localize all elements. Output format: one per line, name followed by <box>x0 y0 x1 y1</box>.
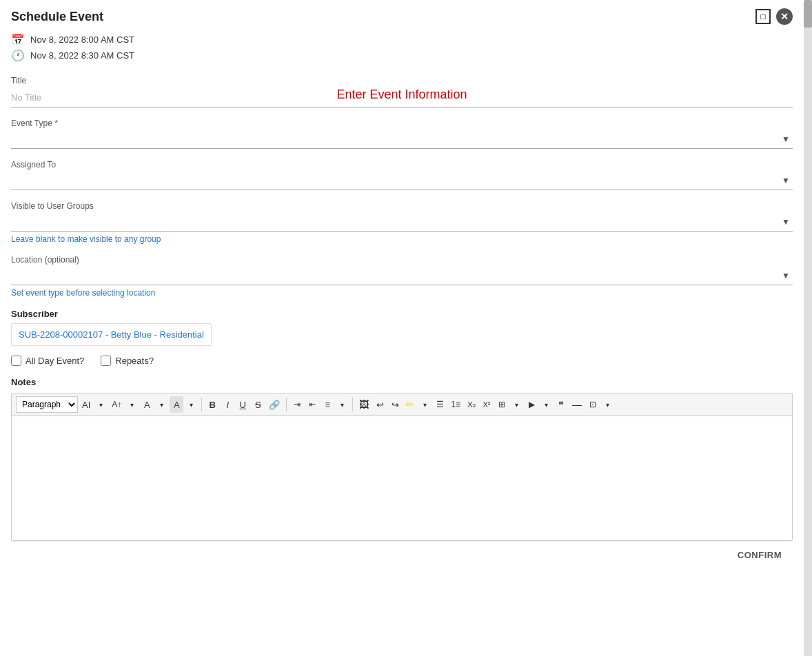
close-button[interactable]: ✕ <box>776 8 793 25</box>
repeats-label: Repeats? <box>115 356 154 366</box>
notes-label: Notes <box>11 377 793 387</box>
visible-hint: Leave blank to make visible to any group <box>11 234 793 244</box>
separator-3 <box>352 398 353 411</box>
outdent-button[interactable]: ⇤ <box>305 396 319 413</box>
assigned-to-select[interactable] <box>11 171 793 189</box>
ai-button[interactable]: AI <box>79 396 93 413</box>
underline-button[interactable]: U <box>236 396 250 413</box>
maximize-button[interactable]: □ <box>755 9 771 24</box>
highlight-button[interactable]: ✏ <box>403 396 417 413</box>
calendar-icon: 📅 <box>11 33 25 46</box>
ordered-list-button[interactable]: 1≡ <box>448 396 463 413</box>
bold-button[interactable]: B <box>205 396 219 413</box>
dialog-title: Schedule Event <box>11 10 103 24</box>
event-type-select[interactable] <box>11 130 793 148</box>
event-type-label: Event Type * <box>11 119 793 128</box>
separator-1 <box>201 398 202 411</box>
notes-editor[interactable] <box>12 416 792 540</box>
visible-select[interactable] <box>11 212 793 231</box>
maximize-icon: □ <box>760 12 765 21</box>
media-arrow-icon[interactable]: ▾ <box>539 396 553 413</box>
location-label: Location (optional) <box>11 255 793 265</box>
ai-arrow-icon[interactable]: ▾ <box>94 396 108 413</box>
all-day-checkbox-wrapper[interactable]: All Day Event? <box>11 356 84 366</box>
location-hint: Set event type before selecting location <box>11 288 793 298</box>
title-label: Title <box>11 76 793 85</box>
all-day-label: All Day Event? <box>26 356 84 366</box>
align-arrow-icon[interactable]: ▾ <box>335 396 349 413</box>
scrollbar-thumb[interactable] <box>804 0 812 28</box>
redo-button[interactable]: ↪ <box>388 396 402 413</box>
quote-button[interactable]: ❝ <box>554 396 568 413</box>
special-arrow-icon[interactable]: ▾ <box>600 396 614 413</box>
highlight-color-button[interactable]: A <box>170 396 183 413</box>
location-select[interactable] <box>11 266 793 285</box>
font-color-arrow-icon[interactable]: ▾ <box>154 396 168 413</box>
confirm-button[interactable]: CONFIRM <box>738 550 782 560</box>
assigned-to-label: Assigned To <box>11 160 793 170</box>
clock-icon: 🕐 <box>11 49 25 62</box>
all-day-checkbox[interactable] <box>11 356 21 366</box>
repeats-checkbox[interactable] <box>101 356 111 366</box>
center-heading: Enter Event Information <box>336 88 467 102</box>
font-color-button[interactable]: A <box>140 396 154 413</box>
start-date: Nov 8, 2022 8:00 AM CST <box>30 34 134 45</box>
repeats-checkbox-wrapper[interactable]: Repeats? <box>101 356 154 366</box>
indent-button[interactable]: ⇥ <box>290 396 304 413</box>
editor-toolbar: Paragraph AI ▾ A↑ ▾ A ▾ <box>12 393 792 416</box>
highlight-color-arrow-icon[interactable]: ▾ <box>184 396 198 413</box>
scrollbar[interactable] <box>804 0 812 656</box>
subscript-button[interactable]: X₂ <box>465 396 478 413</box>
subscriber-label: Subscriber <box>11 309 793 319</box>
media-button[interactable]: ▶ <box>525 396 538 413</box>
superscript-button[interactable]: X² <box>480 396 494 413</box>
separator-2 <box>286 398 287 411</box>
horizontal-rule-button[interactable]: — <box>569 396 585 413</box>
end-date: Nov 8, 2022 8:30 AM CST <box>30 50 134 61</box>
table-arrow-icon[interactable]: ▾ <box>509 396 523 413</box>
unordered-list-button[interactable]: ☰ <box>433 396 447 413</box>
align-button[interactable]: ≡ <box>321 396 334 413</box>
special-button[interactable]: ⊡ <box>586 396 600 413</box>
highlight-arrow-icon[interactable]: ▾ <box>418 396 432 413</box>
italic-button[interactable]: I <box>221 396 234 413</box>
font-size-button[interactable]: A↑ <box>109 396 124 413</box>
undo-button[interactable]: ↩ <box>373 396 387 413</box>
table-button[interactable]: ⊞ <box>495 396 509 413</box>
close-icon: ✕ <box>780 11 789 22</box>
strikethrough-button[interactable]: S <box>251 396 265 413</box>
link-button[interactable]: 🔗 <box>266 396 283 413</box>
paragraph-select[interactable]: Paragraph <box>16 396 78 413</box>
font-size-arrow-icon[interactable]: ▾ <box>125 396 139 413</box>
subscriber-value: SUB-2208-00002107 - Betty Blue - Residen… <box>11 323 212 346</box>
image-button[interactable]: 🖼 <box>356 396 372 413</box>
visible-label: Visible to User Groups <box>11 201 793 211</box>
